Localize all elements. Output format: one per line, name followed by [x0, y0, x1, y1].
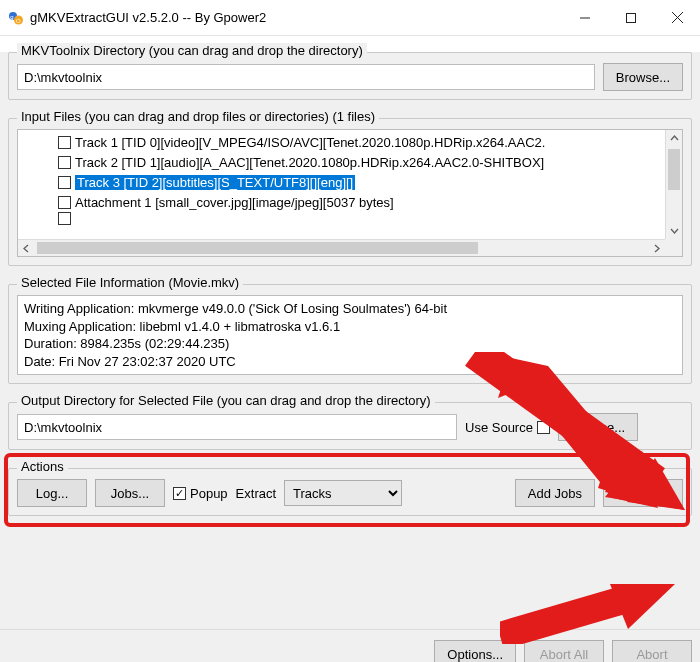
input-files-group: Input Files (you can drag and drop files… [8, 118, 692, 266]
vertical-scrollbar[interactable] [665, 130, 682, 239]
window-controls [562, 0, 700, 35]
actions-group: Actions Log... Jobs... Popup Extract Tra… [8, 468, 692, 516]
use-source-label: Use Source [465, 420, 533, 435]
scroll-up-button[interactable] [666, 130, 683, 147]
options-button[interactable]: Options... [434, 640, 516, 662]
track-row[interactable]: Track 2 [TID 1][audio][A_AAC][Tenet.2020… [18, 152, 665, 172]
close-button[interactable] [654, 0, 700, 35]
svg-text:O: O [16, 17, 21, 23]
output-dir-group: Output Directory for Selected File (you … [8, 402, 692, 450]
add-jobs-button[interactable]: Add Jobs [515, 479, 595, 507]
actions-legend: Actions [17, 459, 68, 474]
mkvtoolnix-dir-legend: MKVToolnix Directory (you can drag and d… [17, 43, 367, 58]
abort-button[interactable]: Abort [612, 640, 692, 662]
mkvtoolnix-dir-group: MKVToolnix Directory (you can drag and d… [8, 52, 692, 100]
scroll-left-button[interactable] [18, 240, 35, 257]
extract-mode-select[interactable]: Tracks [284, 480, 402, 506]
output-dir-field[interactable] [17, 414, 457, 440]
track-row[interactable]: Track 3 [TID 2][subtitles][S_TEXT/UTF8][… [18, 172, 665, 192]
track-row[interactable] [18, 212, 665, 224]
input-files-legend: Input Files (you can drag and drop files… [17, 109, 379, 124]
track-label: Track 3 [TID 2][subtitles][S_TEXT/UTF8][… [75, 175, 355, 190]
tracks-tree[interactable]: Track 1 [TID 0][video][V_MPEG4/ISO/AVC][… [17, 129, 683, 257]
mkvtoolnix-dir-field[interactable] [17, 64, 595, 90]
track-checkbox[interactable] [58, 196, 71, 209]
file-info-text: Writing Application: mkvmerge v49.0.0 ('… [17, 295, 683, 375]
track-label: Track 2 [TID 1][audio][A_AAC][Tenet.2020… [75, 155, 544, 170]
file-info-group: Selected File Information (Movie.mkv) Wr… [8, 284, 692, 384]
track-checkbox[interactable] [58, 212, 71, 225]
log-button[interactable]: Log... [17, 479, 87, 507]
track-checkbox[interactable] [58, 176, 71, 189]
mkvtoolnix-browse-button[interactable]: Browse... [603, 63, 683, 91]
maximize-button[interactable] [608, 0, 654, 35]
abort-all-button[interactable]: Abort All [524, 640, 604, 662]
minimize-button[interactable] [562, 0, 608, 35]
extract-mode-label: Extract [236, 486, 276, 501]
svg-text:g: g [10, 13, 13, 19]
scroll-right-button[interactable] [648, 240, 665, 257]
track-checkbox[interactable] [58, 156, 71, 169]
track-row[interactable]: Attachment 1 [small_cover.jpg][image/jpe… [18, 192, 665, 212]
track-checkbox[interactable] [58, 136, 71, 149]
popup-label: Popup [190, 486, 228, 501]
svg-marker-14 [610, 584, 675, 629]
app-icon: g O [8, 10, 24, 26]
jobs-button[interactable]: Jobs... [95, 479, 165, 507]
svg-rect-5 [627, 13, 636, 22]
track-label: Track 1 [TID 0][video][V_MPEG4/ISO/AVC][… [75, 135, 545, 150]
output-dir-legend: Output Directory for Selected File (you … [17, 393, 435, 408]
file-info-legend: Selected File Information (Movie.mkv) [17, 275, 243, 290]
extract-button[interactable]: Extract [603, 479, 683, 507]
titlebar: g O gMKVExtractGUI v2.5.2.0 -- By Gpower… [0, 0, 700, 36]
track-label: Attachment 1 [small_cover.jpg][image/jpe… [75, 195, 394, 210]
popup-checkbox[interactable]: Popup [173, 486, 228, 501]
horizontal-scrollbar[interactable] [18, 239, 665, 256]
use-source-checkbox[interactable]: Use Source [465, 420, 550, 435]
bottom-bar: Options... Abort All Abort [0, 629, 700, 662]
track-row[interactable]: Track 1 [TID 0][video][V_MPEG4/ISO/AVC][… [18, 132, 665, 152]
scroll-down-button[interactable] [666, 222, 683, 239]
window-title: gMKVExtractGUI v2.5.2.0 -- By Gpower2 [30, 10, 562, 25]
output-browse-button[interactable]: Browse... [558, 413, 638, 441]
